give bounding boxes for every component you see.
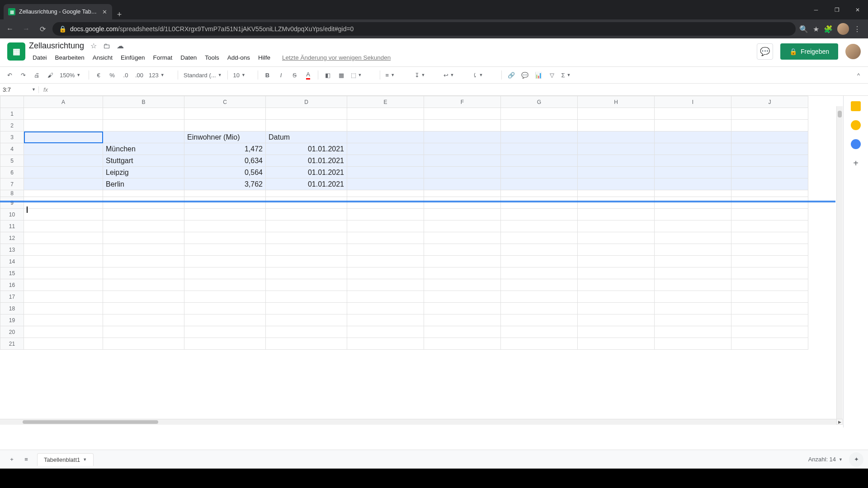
keep-icon[interactable] — [851, 120, 861, 130]
cell-F5[interactable] — [424, 155, 501, 167]
cell-H3[interactable] — [578, 131, 655, 143]
cell-H13[interactable] — [578, 244, 655, 256]
cell-B7[interactable]: Berlin — [103, 178, 184, 190]
cell-B13[interactable] — [103, 244, 184, 256]
row-header-14[interactable]: 14 — [0, 256, 24, 267]
cell-D17[interactable] — [266, 291, 347, 303]
format-percent-button[interactable]: % — [106, 69, 118, 81]
row-header-4[interactable]: 4 — [0, 143, 24, 155]
cell-G10[interactable] — [501, 209, 578, 221]
cell-I2[interactable] — [655, 120, 731, 131]
cell-G7[interactable] — [501, 178, 578, 190]
cell-E21[interactable] — [347, 338, 424, 350]
cell-C1[interactable] — [184, 108, 266, 120]
cell-D19[interactable] — [266, 314, 347, 326]
row-header-21[interactable]: 21 — [0, 338, 24, 350]
new-tab-button[interactable]: + — [112, 10, 127, 19]
fill-color-button[interactable]: ◧ — [322, 69, 334, 81]
cell-E18[interactable] — [347, 303, 424, 314]
cell-J10[interactable] — [731, 209, 808, 221]
explore-button[interactable]: ✦ — [849, 452, 863, 467]
name-box[interactable]: 3:7▼ — [3, 86, 39, 93]
cell-F3[interactable] — [424, 131, 501, 143]
share-button[interactable]: 🔒 Freigeben — [780, 43, 838, 60]
cell-F14[interactable] — [424, 256, 501, 267]
cell-C7[interactable]: 3,762 — [184, 178, 266, 190]
cell-C8[interactable] — [184, 190, 266, 197]
cell-E20[interactable] — [347, 326, 424, 338]
cell-F15[interactable] — [424, 267, 501, 279]
cell-B8[interactable] — [103, 190, 184, 197]
cell-G2[interactable] — [501, 120, 578, 131]
cloud-saved-icon[interactable]: ☁ — [117, 42, 124, 50]
cell-G3[interactable] — [501, 131, 578, 143]
cell-D13[interactable] — [266, 244, 347, 256]
cell-E14[interactable] — [347, 256, 424, 267]
row-header-17[interactable]: 17 — [0, 291, 24, 303]
cell-F21[interactable] — [424, 338, 501, 350]
cell-D8[interactable] — [266, 190, 347, 197]
cell-B12[interactable] — [103, 232, 184, 244]
cell-I11[interactable] — [655, 221, 731, 232]
tasks-icon[interactable] — [851, 139, 861, 149]
cell-B9[interactable] — [103, 197, 184, 209]
cell-J7[interactable] — [731, 178, 808, 190]
col-header-G[interactable]: G — [501, 96, 578, 108]
cell-J2[interactable] — [731, 120, 808, 131]
cell-B14[interactable] — [103, 256, 184, 267]
cell-A14[interactable] — [24, 256, 103, 267]
cell-A19[interactable] — [24, 314, 103, 326]
cell-E1[interactable] — [347, 108, 424, 120]
format-currency-button[interactable]: € — [93, 69, 104, 81]
cell-B3[interactable] — [103, 131, 184, 143]
cell-J16[interactable] — [731, 279, 808, 291]
cell-C16[interactable] — [184, 279, 266, 291]
selection-count[interactable]: Anzahl: 14▼ — [808, 456, 843, 463]
window-maximize-button[interactable]: ❐ — [826, 0, 847, 19]
cell-J15[interactable] — [731, 267, 808, 279]
cell-I9[interactable] — [655, 197, 731, 209]
cell-E4[interactable] — [347, 143, 424, 155]
cell-J14[interactable] — [731, 256, 808, 267]
col-header-A[interactable]: A — [24, 96, 103, 108]
cell-A5[interactable] — [24, 155, 103, 167]
cell-F1[interactable] — [424, 108, 501, 120]
row-header-9[interactable]: 9 — [0, 197, 24, 209]
cell-J8[interactable] — [731, 190, 808, 197]
cell-D21[interactable] — [266, 338, 347, 350]
cell-I13[interactable] — [655, 244, 731, 256]
cell-B4[interactable]: München — [103, 143, 184, 155]
cell-B17[interactable] — [103, 291, 184, 303]
cell-G12[interactable] — [501, 232, 578, 244]
cell-H15[interactable] — [578, 267, 655, 279]
cell-A7[interactable] — [24, 178, 103, 190]
cell-B10[interactable] — [103, 209, 184, 221]
cell-H7[interactable] — [578, 178, 655, 190]
cell-H11[interactable] — [578, 221, 655, 232]
more-formats-select[interactable]: 123▼ — [147, 72, 174, 79]
cell-B15[interactable] — [103, 267, 184, 279]
cell-I1[interactable] — [655, 108, 731, 120]
browser-menu-icon[interactable]: ⋮ — [854, 25, 861, 33]
row-header-19[interactable]: 19 — [0, 314, 24, 326]
undo-button[interactable]: ↶ — [4, 69, 15, 81]
cell-D3[interactable]: Datum — [266, 131, 347, 143]
cell-J3[interactable] — [731, 131, 808, 143]
calendar-icon[interactable] — [851, 101, 861, 111]
cell-J5[interactable] — [731, 155, 808, 167]
cell-J13[interactable] — [731, 244, 808, 256]
cell-E5[interactable] — [347, 155, 424, 167]
cell-C17[interactable] — [184, 291, 266, 303]
col-header-C[interactable]: C — [184, 96, 266, 108]
cell-B1[interactable] — [103, 108, 184, 120]
cell-B20[interactable] — [103, 326, 184, 338]
cell-J20[interactable] — [731, 326, 808, 338]
row-header-20[interactable]: 20 — [0, 326, 24, 338]
borders-button[interactable]: ▦ — [335, 69, 347, 81]
cell-A16[interactable] — [24, 279, 103, 291]
cell-G5[interactable] — [501, 155, 578, 167]
cell-I19[interactable] — [655, 314, 731, 326]
cell-H8[interactable] — [578, 190, 655, 197]
cell-A13[interactable] — [24, 244, 103, 256]
cell-J12[interactable] — [731, 232, 808, 244]
